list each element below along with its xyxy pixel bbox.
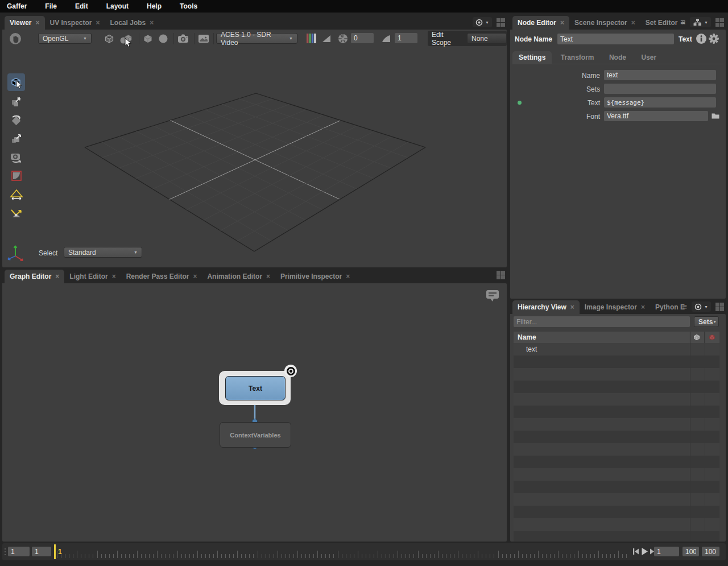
timeline-start-input[interactable] xyxy=(8,547,30,556)
viewer-layout-menu-icon[interactable] xyxy=(497,18,505,27)
exposure-aperture-icon[interactable] xyxy=(338,34,348,44)
tab-scene-inspector[interactable]: Scene Inspector× xyxy=(569,16,640,30)
hierarchy-row-empty[interactable] xyxy=(514,356,719,368)
sets-field-input[interactable] xyxy=(604,84,716,94)
hierarchy-row-empty[interactable] xyxy=(514,493,719,506)
close-icon[interactable]: × xyxy=(35,19,39,27)
focus-ring-icon[interactable] xyxy=(284,365,297,377)
select-mode-dropdown[interactable]: Standard▼ xyxy=(64,247,142,258)
subtab-settings[interactable]: Settings xyxy=(512,51,552,64)
menu-tools[interactable]: Tools xyxy=(171,0,206,13)
menu-file[interactable]: File xyxy=(36,0,66,13)
tab-render-pass-editor[interactable]: Render Pass Editor× xyxy=(121,270,202,283)
image-view-icon[interactable] xyxy=(197,33,210,44)
folder-icon[interactable] xyxy=(711,111,720,121)
hierarchy-row-empty[interactable] xyxy=(514,518,719,531)
renderer-dropdown[interactable]: OpenGL▼ xyxy=(38,33,92,44)
tab-animation-editor[interactable]: Animation Editor× xyxy=(202,270,275,283)
subtab-transform[interactable]: Transform xyxy=(555,51,601,64)
tab-graph-editor[interactable]: Graph Editor× xyxy=(5,270,64,283)
drawing-mode-icon[interactable] xyxy=(104,33,115,44)
tab-node-editor[interactable]: Node Editor× xyxy=(512,16,569,30)
text-field-input[interactable] xyxy=(604,97,716,108)
tab-local-jobs[interactable]: Local Jobs× xyxy=(105,16,159,30)
close-icon[interactable]: × xyxy=(266,272,270,280)
hierarchy-row-empty[interactable] xyxy=(514,406,719,418)
close-icon[interactable]: × xyxy=(96,19,100,27)
hierarchy-row-empty[interactable] xyxy=(514,456,719,468)
skip-to-start-icon[interactable] xyxy=(632,548,639,555)
menu-gaffer[interactable]: Gaffer xyxy=(0,0,36,13)
tab-list-menu-icon[interactable]: ≡ xyxy=(680,17,685,27)
viewer-focus-menu-button[interactable]: ▼ xyxy=(473,17,492,27)
close-icon[interactable]: × xyxy=(193,272,197,280)
hierarchy-focus-menu-button[interactable]: ▼ xyxy=(692,301,711,312)
tab-uv-inspector[interactable]: UV Inspector× xyxy=(45,16,105,30)
name-column-header[interactable]: Name xyxy=(514,333,689,341)
hierarchy-layout-menu-icon[interactable] xyxy=(715,303,724,311)
info-icon[interactable] xyxy=(696,33,707,44)
tab-image-inspector[interactable]: Image Inspector× xyxy=(580,300,650,314)
node-contextvariables[interactable]: ContextVariables xyxy=(220,422,291,448)
close-icon[interactable]: × xyxy=(641,303,645,311)
playhead[interactable] xyxy=(54,544,56,559)
timeline-end-input[interactable] xyxy=(702,547,719,556)
close-icon[interactable]: × xyxy=(150,19,154,27)
play-icon[interactable] xyxy=(641,547,648,556)
camera-tool-button[interactable] xyxy=(7,148,25,166)
pan-hand-icon[interactable] xyxy=(9,32,22,45)
hierarchy-row-empty[interactable] xyxy=(514,443,719,456)
clipping-ramp-icon[interactable] xyxy=(321,34,332,44)
menu-edit[interactable]: Edit xyxy=(66,0,97,13)
hierarchy-row-empty[interactable] xyxy=(514,393,719,406)
close-icon[interactable]: × xyxy=(570,303,574,311)
scale-tool-button[interactable] xyxy=(7,130,25,147)
edit-scope-dropdown[interactable]: None xyxy=(467,33,507,44)
node-name-input[interactable] xyxy=(557,34,674,44)
select-tool-button[interactable] xyxy=(7,73,25,91)
hierarchy-row-empty[interactable] xyxy=(514,431,719,443)
close-icon[interactable]: × xyxy=(631,19,635,27)
gear-icon[interactable] xyxy=(708,33,719,44)
close-icon[interactable]: × xyxy=(346,272,350,280)
crop-window-tool-button[interactable] xyxy=(7,167,25,184)
hierarchy-row-empty[interactable] xyxy=(514,531,719,542)
graph-editor-body[interactable]: Text ContextVariables xyxy=(2,283,507,542)
subtab-user[interactable]: User xyxy=(635,51,663,64)
gamma-input[interactable] xyxy=(395,33,417,43)
hierarchy-row-empty[interactable] xyxy=(514,418,719,431)
timeline-grip[interactable] xyxy=(5,548,6,555)
tab-viewer[interactable]: Viewer× xyxy=(5,16,45,30)
timeline-ruler[interactable] xyxy=(57,543,631,560)
hierarchy-row-empty[interactable] xyxy=(514,381,719,393)
close-icon[interactable]: × xyxy=(112,272,116,280)
hierarchy-row-empty[interactable] xyxy=(514,481,719,493)
menu-layout[interactable]: Layout xyxy=(97,0,138,13)
rotate-tool-button[interactable] xyxy=(7,111,25,129)
shading-mode-icon[interactable] xyxy=(158,33,169,44)
tab-set-editor[interactable]: Set Editor× xyxy=(640,16,687,30)
tab-python-editor[interactable]: Python E xyxy=(650,300,685,314)
gamma-curve-icon[interactable] xyxy=(381,34,391,44)
node-editor-layout-menu-icon[interactable] xyxy=(715,18,724,27)
hierarchy-row-text[interactable]: text xyxy=(514,343,719,356)
display-transform-dropdown[interactable]: ACES 1.0 - SDR Video▼ xyxy=(216,33,297,44)
timeline-range-end-input[interactable] xyxy=(682,547,699,556)
tab-light-editor[interactable]: Light Editor× xyxy=(64,270,121,283)
sets-dropdown-button[interactable]: Sets▼ xyxy=(694,316,719,327)
viewport-grid[interactable] xyxy=(2,48,507,267)
translate-tool-button[interactable] xyxy=(7,92,25,110)
tab-list-menu-icon[interactable]: ≡ xyxy=(682,301,687,312)
channels-rgb-icon[interactable] xyxy=(306,33,317,44)
scene-visible-column-header[interactable] xyxy=(689,332,704,343)
hierarchy-row-empty[interactable] xyxy=(514,368,719,381)
timeline-current-frame-input[interactable] xyxy=(654,547,679,556)
tab-hierarchy-view[interactable]: Hierarchy View× xyxy=(512,300,580,314)
tab-primitive-inspector[interactable]: Primitive Inspector× xyxy=(275,270,355,283)
subtab-node[interactable]: Node xyxy=(603,51,632,64)
graph-layout-menu-icon[interactable] xyxy=(497,271,505,279)
light-position-tool-button[interactable] xyxy=(7,205,25,222)
close-icon[interactable]: × xyxy=(55,272,59,280)
hierarchy-row-empty[interactable] xyxy=(514,506,719,518)
close-icon[interactable]: × xyxy=(560,19,564,27)
